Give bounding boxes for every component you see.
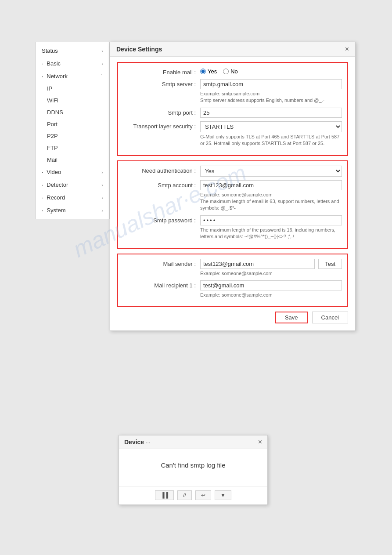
secondary-dialog-close-button[interactable]: × bbox=[258, 439, 262, 446]
chevron-system: › bbox=[101, 208, 103, 213]
transport-row: Transport layer security : STARTTLS TLS … bbox=[123, 121, 342, 147]
sidebar-item-ddns[interactable]: DDNS bbox=[36, 106, 109, 118]
sidebar-item-detector[interactable]: · Detector › bbox=[36, 178, 109, 191]
need-auth-row: Need authentication : Yes No bbox=[123, 166, 342, 177]
sidebar-item-label: · Basic bbox=[42, 60, 61, 67]
sidebar-sub-label: FTP bbox=[47, 145, 58, 151]
sidebar-item-p2p[interactable]: P2P bbox=[36, 130, 109, 142]
sidebar-item-label: · Detector bbox=[42, 181, 68, 188]
need-auth-label: Need authentication : bbox=[123, 166, 200, 174]
mail-recipient-row: Mail recipient 1 : Example: someone@samp… bbox=[123, 280, 342, 298]
secondary-footer-btn3[interactable]: ↩ bbox=[195, 490, 211, 500]
smtp-server-content: Example: smtp.sample.com Smtp server add… bbox=[200, 79, 342, 104]
dialog-close-button[interactable]: × bbox=[345, 46, 349, 53]
secondary-footer-btn4[interactable]: ▼ bbox=[215, 490, 231, 500]
smtp-server-input[interactable] bbox=[200, 79, 342, 89]
sidebar-sub-label: P2P bbox=[47, 133, 58, 139]
smtp-account-row: Smtp account : Example: someone@sample.c… bbox=[123, 180, 342, 212]
smtp-account-hint1: Example: someone@sample.com bbox=[200, 192, 273, 197]
smtp-account-label: Smtp account : bbox=[123, 180, 200, 189]
chevron-status: › bbox=[101, 48, 103, 54]
transport-content: STARTTLS TLS None G-Mail only supports T… bbox=[200, 121, 342, 147]
sidebar-item-label: Status bbox=[42, 47, 58, 54]
smtp-password-hint: The maximum length of the password is 16… bbox=[200, 227, 342, 240]
secondary-footer-btn2[interactable]: // bbox=[177, 490, 192, 500]
mail-recipient-hint: Example: someone@sample.com bbox=[200, 292, 342, 298]
radio-no-input[interactable] bbox=[223, 69, 229, 74]
sidebar-sub-label: Port bbox=[47, 121, 58, 127]
secondary-dialog-message: Can't find smtp log file bbox=[128, 461, 259, 469]
dialog-header: Device Settings × bbox=[110, 42, 355, 57]
test-button[interactable]: Test bbox=[318, 259, 342, 269]
smtp-server-label: Smtp server : bbox=[123, 79, 200, 87]
smtp-server-hint: Example: smtp.sample.com Smtp server add… bbox=[200, 91, 342, 104]
sidebar-item-label: · Network bbox=[42, 73, 68, 80]
enable-mail-content: Yes No bbox=[200, 67, 342, 75]
mail-sender-input-row: Test bbox=[200, 259, 342, 269]
sidebar-item-label: · Video bbox=[42, 169, 61, 175]
section-mail-sender: Mail sender : Test Example: someone@samp… bbox=[117, 254, 348, 308]
sidebar-item-system[interactable]: · System › bbox=[36, 204, 109, 217]
cancel-button[interactable]: Cancel bbox=[312, 312, 348, 323]
smtp-account-content: Example: someone@sample.com The maximum … bbox=[200, 180, 342, 212]
sidebar-item-ip[interactable]: IP bbox=[36, 83, 109, 94]
secondary-dialog-footer: ▐▐ // ↩ ▼ bbox=[119, 486, 267, 504]
radio-no-option[interactable]: No bbox=[223, 68, 238, 75]
sidebar-item-basic[interactable]: · Basic › bbox=[36, 57, 109, 70]
mail-sender-input[interactable] bbox=[200, 259, 315, 269]
section-enable-mail: Enable mail : Yes No bbox=[117, 62, 348, 156]
smtp-server-hint2: Smtp server address supports English, nu… bbox=[200, 98, 324, 103]
smtp-account-hint2: The maximum length of email is 63, suppo… bbox=[200, 199, 339, 210]
secondary-dialog-header: Device ··· × bbox=[119, 435, 267, 449]
dialog-title: Device Settings bbox=[116, 46, 162, 53]
smtp-password-input[interactable] bbox=[200, 215, 342, 225]
mail-recipient-input[interactable] bbox=[200, 280, 342, 290]
sidebar-item-record[interactable]: · Record › bbox=[36, 191, 109, 204]
sidebar-item-wifi[interactable]: WiFi bbox=[36, 94, 109, 106]
sidebar-item-ftp[interactable]: FTP bbox=[36, 142, 109, 154]
radio-yes-label: Yes bbox=[208, 68, 217, 75]
mail-sender-row: Mail sender : Test Example: someone@samp… bbox=[123, 259, 342, 277]
chevron-video: › bbox=[101, 170, 103, 175]
smtp-port-row: Smtp port : bbox=[123, 108, 342, 118]
need-auth-select[interactable]: Yes No bbox=[200, 166, 342, 177]
transport-hint: G-Mail only supports TLS at Port 465 and… bbox=[200, 134, 342, 147]
sidebar-item-label: · System bbox=[42, 207, 66, 214]
secondary-title-sub: ··· bbox=[146, 439, 150, 446]
sidebar-item-label: · Record bbox=[42, 194, 65, 201]
device-error-dialog: Device ··· × Can't find smtp log file ▐▐… bbox=[119, 435, 268, 505]
smtp-port-content bbox=[200, 108, 342, 118]
smtp-server-row: Smtp server : Example: smtp.sample.com S… bbox=[123, 79, 342, 104]
chevron-record: › bbox=[101, 195, 103, 200]
dialog-footer: Save Cancel bbox=[117, 312, 348, 323]
sidebar-item-port[interactable]: Port bbox=[36, 118, 109, 130]
mail-sender-label: Mail sender : bbox=[123, 259, 200, 267]
sidebar-item-mail[interactable]: Mail bbox=[36, 154, 109, 166]
smtp-port-input[interactable] bbox=[200, 108, 342, 118]
sidebar-item-status[interactable]: Status › bbox=[36, 44, 109, 57]
chevron-basic: › bbox=[101, 61, 103, 66]
sidebar-item-video[interactable]: · Video › bbox=[36, 166, 109, 178]
transport-select[interactable]: STARTTLS TLS None bbox=[200, 121, 342, 132]
mail-sender-content: Test Example: someone@sample.com bbox=[200, 259, 342, 277]
radio-yes-option[interactable]: Yes bbox=[200, 68, 217, 75]
mail-sender-hint: Example: someone@sample.com bbox=[200, 270, 342, 277]
device-settings-dialog: Device Settings × Enable mail : Yes No bbox=[110, 42, 356, 331]
section-auth: Need authentication : Yes No Smtp accoun… bbox=[117, 160, 348, 249]
sidebar-sub-label: WiFi bbox=[47, 97, 58, 104]
save-button[interactable]: Save bbox=[275, 312, 308, 323]
radio-yes-input[interactable] bbox=[200, 69, 206, 74]
sidebar: Status › · Basic › · Network ˅ IP WiFi D… bbox=[35, 42, 110, 219]
secondary-dialog-title: Device ··· bbox=[124, 439, 150, 446]
secondary-footer-btn1[interactable]: ▐▐ bbox=[155, 490, 174, 500]
chevron-detector: › bbox=[101, 182, 103, 188]
smtp-port-label: Smtp port : bbox=[123, 108, 200, 116]
mail-recipient-label: Mail recipient 1 : bbox=[123, 280, 200, 289]
smtp-account-input[interactable] bbox=[200, 180, 342, 190]
enable-mail-row: Enable mail : Yes No bbox=[123, 67, 342, 76]
dialog-body: Enable mail : Yes No bbox=[110, 57, 355, 330]
mail-recipient-content: Example: someone@sample.com bbox=[200, 280, 342, 298]
smtp-account-hint: Example: someone@sample.com The maximum … bbox=[200, 192, 342, 212]
sidebar-item-network[interactable]: · Network ˅ bbox=[36, 70, 109, 83]
sidebar-sub-label: Mail bbox=[47, 156, 58, 163]
